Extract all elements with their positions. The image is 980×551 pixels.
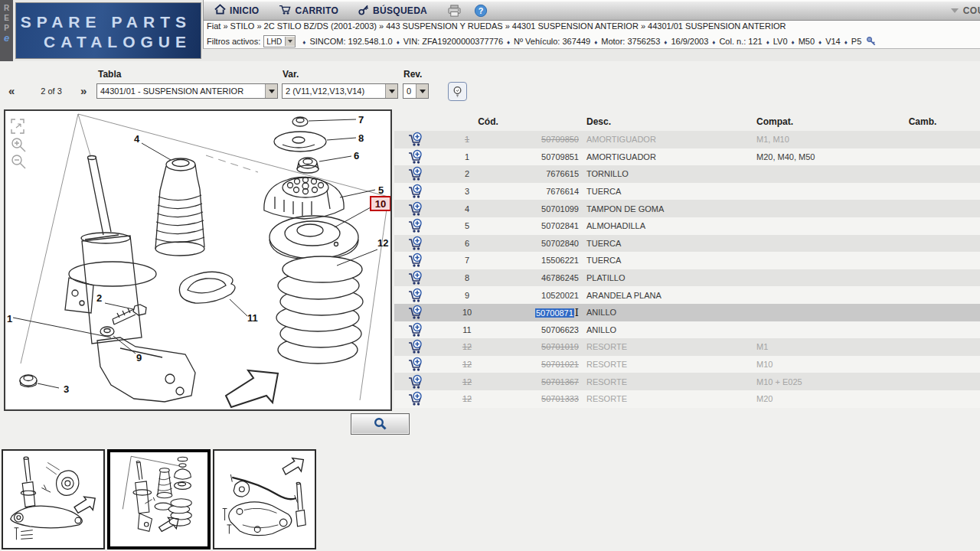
thumbnail-1[interactable] [2, 449, 105, 549]
tabla-select[interactable]: 44301/01 - SUSPENSION ANTERIOR [96, 83, 278, 99]
row-description: TAMPON DE GOMA [582, 204, 750, 214]
row-part-number[interactable]: 7676615 [498, 169, 582, 178]
row-part-number[interactable]: 50702840 [498, 239, 582, 248]
row-description: AMORTIGUADOR [582, 152, 750, 161]
key-filter-icon[interactable] [866, 36, 877, 47]
filter-item: Nº Vehículo: 367449 [514, 37, 590, 46]
corner-menu[interactable]: COUN [951, 5, 980, 16]
add-to-cart-button[interactable] [394, 391, 436, 406]
table-header-row: Cód. Desc. Compat. Camb. [394, 112, 980, 131]
add-to-cart-button[interactable] [394, 322, 436, 337]
table-row[interactable]: 715506221TUERCA [394, 252, 980, 269]
add-to-cart-button[interactable] [394, 166, 436, 181]
row-part-number[interactable]: 10520021 [498, 291, 582, 300]
var-label: Var. [283, 69, 299, 80]
row-part-number[interactable]: 50706623 [498, 325, 582, 334]
table-row[interactable]: 37676614TUERCA [394, 183, 980, 201]
add-to-cart-icon [407, 270, 423, 285]
table-row[interactable]: 1150706623ANILLO [394, 321, 980, 339]
row-part-number[interactable]: 50701021 [498, 360, 582, 369]
search-button[interactable] [351, 413, 410, 435]
row-compat: M20, M40, M50 [750, 152, 900, 161]
row-part-number[interactable]: 50709851 [498, 152, 582, 161]
add-to-cart-icon [407, 166, 423, 181]
diagram-fit-icon[interactable] [11, 119, 24, 133]
add-to-cart-button[interactable] [394, 184, 436, 199]
row-part-number[interactable]: 50702841 [498, 221, 582, 230]
add-to-cart-button[interactable] [394, 132, 436, 147]
row-position: 7 [436, 256, 498, 265]
print-icon[interactable] [447, 5, 462, 18]
row-part-number[interactable]: 50701099 [498, 204, 582, 214]
add-to-cart-button[interactable] [394, 374, 436, 390]
thumbnail-3[interactable] [213, 449, 316, 549]
row-part-number[interactable]: 50701367 [498, 377, 582, 386]
thumbnail-2[interactable] [107, 449, 211, 549]
callout-12: 12 [377, 237, 388, 249]
home-icon [214, 4, 226, 18]
row-description: RESORTE [582, 342, 750, 351]
add-to-cart-icon [407, 218, 423, 233]
nav-item-inicio[interactable]: INICIO [214, 4, 259, 18]
add-to-cart-button[interactable] [394, 270, 436, 285]
zoom-in-icon[interactable] [12, 139, 25, 152]
add-to-cart-button[interactable] [394, 305, 436, 320]
nav-item-carrito[interactable]: CARRITO [279, 4, 338, 18]
table-row[interactable]: 910520021ARANDELA PLANA [394, 286, 980, 304]
page-indicator: 2 of 3 [28, 86, 75, 96]
table-row[interactable]: 1050700871IANILLO [394, 304, 980, 321]
row-part-number[interactable]: 7676614 [498, 187, 582, 196]
add-to-cart-button[interactable] [394, 149, 436, 165]
add-to-cart-button[interactable] [394, 339, 436, 354]
table-row[interactable]: 1250701019RESORTEM1 [394, 338, 980, 356]
nav-item-busqueda[interactable]: BÚSQUEDA [358, 4, 427, 18]
filter-separator: ♦ [302, 39, 305, 46]
callout-10-selected[interactable]: 10 [371, 197, 390, 210]
table-row[interactable]: 27676615TORNILLO [394, 165, 980, 183]
row-position: 4 [436, 204, 498, 214]
zoom-out-icon[interactable] [12, 155, 25, 168]
table-row[interactable]: 1250701021RESORTEM10 [394, 356, 980, 373]
table-row[interactable]: 150709851AMORTIGUADORM20, M40, M50 [394, 148, 980, 166]
add-to-cart-button[interactable] [394, 357, 436, 372]
table-row[interactable]: 150709850AMORTIGUADORM1, M10 [394, 131, 980, 148]
prev-page-button[interactable]: « [8, 84, 15, 97]
rev-select[interactable]: 0 [403, 83, 429, 99]
dropdown-arrow-icon [265, 84, 277, 98]
add-to-cart-icon [407, 236, 423, 251]
row-part-number[interactable]: 50700871I [498, 307, 582, 318]
row-part-number[interactable]: 46786245 [498, 273, 582, 282]
var-select[interactable]: 2 (V11,V12,V13,V14) [282, 83, 398, 99]
parts-rows: 150709850AMORTIGUADORM1, M10150709851AMO… [394, 131, 980, 408]
key-search-icon [358, 4, 369, 18]
row-part-number[interactable]: 15506221 [498, 256, 582, 265]
table-row[interactable]: 650702840TUERCA [394, 235, 980, 253]
row-position: 12 [436, 377, 498, 386]
row-compat: M20 [750, 394, 900, 403]
row-part-number[interactable]: 50701333 [498, 394, 582, 403]
row-compat: M10 [750, 360, 900, 369]
table-row[interactable]: 550702841ALMOHADILLA [394, 217, 980, 235]
add-to-cart-button[interactable] [394, 288, 436, 303]
add-to-cart-button[interactable] [394, 201, 436, 217]
callout-5: 5 [378, 184, 384, 196]
table-row[interactable]: 450701099TAMPON DE GOMA [394, 200, 980, 217]
help-icon[interactable]: ? [474, 4, 488, 18]
add-to-cart-button[interactable] [394, 218, 436, 233]
applicability-bulb-button[interactable] [448, 82, 467, 101]
table-row[interactable]: 846786245PLATILLO [394, 269, 980, 287]
svg-text:10: 10 [375, 198, 386, 210]
table-row[interactable]: 1250701333RESORTEM20 [394, 390, 980, 408]
add-to-cart-button[interactable] [394, 253, 436, 268]
active-filters: Filtros activos: LHD ♦SINCOM: 192.548.1.… [207, 35, 877, 47]
row-part-number[interactable]: 50701019 [498, 342, 582, 351]
row-position: 6 [436, 239, 498, 248]
next-page-button[interactable]: » [80, 84, 87, 97]
row-part-number[interactable]: 50709850 [498, 135, 582, 144]
steering-filter-select[interactable]: LHD [263, 35, 296, 47]
row-description: TORNILLO [582, 169, 750, 178]
add-to-cart-button[interactable] [394, 236, 436, 251]
row-description: ANILLO [582, 325, 750, 334]
table-row[interactable]: 1250701367RESORTEM10 + E025 [394, 373, 980, 390]
row-position: 12 [436, 394, 498, 403]
